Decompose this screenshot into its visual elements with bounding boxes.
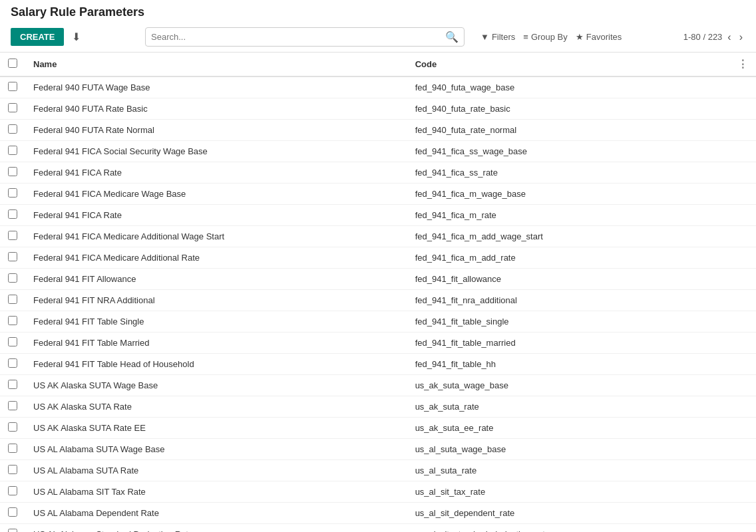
row-name: Federal 941 FIT Table Head of Household: [25, 354, 407, 375]
table-row: Federal 941 FIT NRA Additionalfed_941_fi…: [0, 290, 756, 311]
row-name: Federal 941 FIT NRA Additional: [25, 290, 407, 311]
row-name: US AL Alabama SUTA Wage Base: [25, 439, 407, 460]
row-name: Federal 940 FUTA Wage Base: [25, 76, 407, 98]
row-code: us_ak_suta_ee_rate: [407, 418, 729, 439]
pagination-info: 1-80 / 223: [683, 32, 723, 42]
row-code: fed_941_fica_m_rate: [407, 205, 729, 226]
row-code: us_al_suta_rate: [407, 460, 729, 481]
row-name: Federal 941 FIT Allowance: [25, 269, 407, 290]
row-code: fed_941_fit_table_married: [407, 332, 729, 354]
table-row: Federal 940 FUTA Wage Basefed_940_futa_w…: [0, 76, 756, 98]
table-row: Federal 941 FIT Table Head of Householdf…: [0, 354, 756, 375]
col-name-header: Name: [33, 59, 57, 69]
row-checkbox[interactable]: [8, 273, 17, 283]
row-checkbox[interactable]: [8, 380, 17, 389]
row-name: Federal 941 FICA Medicare Wage Base: [25, 184, 407, 205]
col-code-header: Code: [415, 59, 437, 69]
column-options-icon[interactable]: ⋮: [737, 59, 748, 70]
row-checkbox[interactable]: [8, 465, 17, 474]
row-code: us_al_sit_tax_rate: [407, 481, 729, 503]
row-code: fed_940_futa_wage_base: [407, 76, 729, 98]
row-name: Federal 941 FICA Medicare Additional Rat…: [25, 247, 407, 269]
star-icon: ★: [576, 32, 584, 42]
search-icon: 🔍: [445, 31, 459, 43]
row-checkbox[interactable]: [8, 82, 17, 91]
row-checkbox[interactable]: [8, 316, 17, 325]
row-code: fed_941_fica_ss_wage_base: [407, 141, 729, 162]
search-bar: 🔍: [145, 27, 465, 47]
row-checkbox[interactable]: [8, 252, 17, 261]
row-code: fed_941_fica_m_wage_base: [407, 184, 729, 205]
row-checkbox[interactable]: [8, 146, 17, 155]
table-row: US AL Alabama Dependent Rateus_al_sit_de…: [0, 503, 756, 524]
row-code: fed_940_futa_rate_normal: [407, 120, 729, 141]
row-name: US AL Alabama Dependent Rate: [25, 503, 407, 524]
row-checkbox[interactable]: [8, 188, 17, 198]
row-code: fed_941_fica_ss_rate: [407, 162, 729, 184]
row-name: US AK Alaska SUTA Wage Base: [25, 375, 407, 396]
row-checkbox[interactable]: [8, 507, 17, 517]
row-name: Federal 941 FICA Medicare Additional Wag…: [25, 226, 407, 247]
row-code: us_al_suta_wage_base: [407, 439, 729, 460]
list-icon: ≡: [523, 32, 528, 42]
row-name: US AL Alabama SUTA Rate: [25, 460, 407, 481]
search-input[interactable]: [151, 32, 445, 42]
filters-button[interactable]: ▼ Filters: [480, 32, 515, 42]
table-row: Federal 941 FIT Allowancefed_941_fit_all…: [0, 269, 756, 290]
table-row: Federal 941 FICA Medicare Additional Wag…: [0, 226, 756, 247]
row-name: US AL Alabama SIT Tax Rate: [25, 481, 407, 503]
row-checkbox[interactable]: [8, 486, 17, 495]
table-row: Federal 941 FICA Medicare Wage Basefed_9…: [0, 184, 756, 205]
row-name: Federal 941 FIT Table Married: [25, 332, 407, 354]
row-name: Federal 941 FIT Table Single: [25, 311, 407, 332]
row-name: Federal 941 FICA Social Security Wage Ba…: [25, 141, 407, 162]
table-row: US AL Alabama SUTA Wage Baseus_al_suta_w…: [0, 439, 756, 460]
table-row: US AK Alaska SUTA Wage Baseus_ak_suta_wa…: [0, 375, 756, 396]
row-checkbox[interactable]: [8, 422, 17, 432]
row-name: Federal 941 FICA Rate: [25, 205, 407, 226]
table-row: Federal 941 FICA Social Security Wage Ba…: [0, 141, 756, 162]
favorites-button[interactable]: ★ Favorites: [576, 32, 622, 42]
groupby-label: Group By: [531, 32, 568, 42]
row-name: Federal 941 FICA Rate: [25, 162, 407, 184]
table-row: Federal 941 FIT Table Singlefed_941_fit_…: [0, 311, 756, 332]
row-checkbox[interactable]: [8, 444, 17, 453]
row-checkbox[interactable]: [8, 337, 17, 346]
row-checkbox[interactable]: [8, 167, 17, 176]
table-row: Federal 940 FUTA Rate Basicfed_940_futa_…: [0, 98, 756, 120]
row-code: fed_941_fit_allowance: [407, 269, 729, 290]
table-row: US AK Alaska SUTA Rate EEus_ak_suta_ee_r…: [0, 418, 756, 439]
select-all-checkbox[interactable]: [8, 59, 17, 68]
row-name: US AK Alaska SUTA Rate: [25, 396, 407, 418]
row-code: us_al_sit_dependent_rate: [407, 503, 729, 524]
row-checkbox[interactable]: [8, 358, 17, 368]
row-checkbox[interactable]: [8, 401, 17, 410]
row-checkbox[interactable]: [8, 231, 17, 240]
create-button[interactable]: CREATE: [11, 28, 64, 46]
row-code: fed_940_futa_rate_basic: [407, 98, 729, 120]
filter-icon: ▼: [480, 32, 489, 42]
download-button[interactable]: ⬇: [69, 28, 83, 46]
table-row: Federal 941 FICA Ratefed_941_fica_m_rate: [0, 205, 756, 226]
row-checkbox[interactable]: [8, 124, 17, 134]
row-name: US AK Alaska SUTA Rate EE: [25, 418, 407, 439]
row-checkbox[interactable]: [8, 103, 17, 112]
row-code: fed_941_fit_table_single: [407, 311, 729, 332]
pagination-prev[interactable]: ‹: [725, 30, 733, 45]
row-checkbox[interactable]: [8, 209, 17, 219]
row-code: us_al_sit_standard_deduction_rate: [407, 524, 729, 533]
table-row: US AL Alabama SIT Tax Rateus_al_sit_tax_…: [0, 481, 756, 503]
table-row: Federal 940 FUTA Rate Normalfed_940_futa…: [0, 120, 756, 141]
table-row: Federal 941 FIT Table Marriedfed_941_fit…: [0, 332, 756, 354]
row-checkbox[interactable]: [8, 295, 17, 304]
row-code: fed_941_fica_m_add_rate: [407, 247, 729, 269]
pagination-next[interactable]: ›: [737, 30, 745, 45]
row-code: fed_941_fit_table_hh: [407, 354, 729, 375]
row-name: Federal 940 FUTA Rate Basic: [25, 98, 407, 120]
row-code: us_ak_suta_rate: [407, 396, 729, 418]
table-row: Federal 941 FICA Medicare Additional Rat…: [0, 247, 756, 269]
row-name: US AL Alabama Standard Deduction Rate: [25, 524, 407, 533]
row-code: fed_941_fica_m_add_wage_start: [407, 226, 729, 247]
row-checkbox[interactable]: [8, 529, 17, 532]
groupby-button[interactable]: ≡ Group By: [523, 32, 568, 42]
